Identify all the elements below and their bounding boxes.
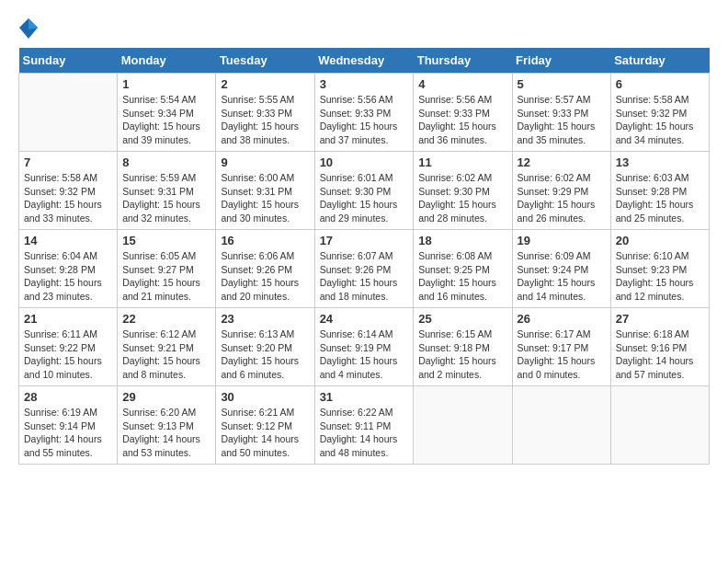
day-of-week-header: Monday xyxy=(118,48,216,74)
day-info: Sunrise: 6:07 AMSunset: 9:26 PMDaylight:… xyxy=(320,249,409,304)
daylight-text: Daylight: 15 hours and 32 minutes. xyxy=(122,198,210,224)
day-number: 31 xyxy=(320,390,409,404)
day-info: Sunrise: 5:56 AMSunset: 9:33 PMDaylight:… xyxy=(418,93,506,147)
day-number: 21 xyxy=(24,312,112,326)
page-header xyxy=(18,18,710,39)
sunrise-text: Sunrise: 6:02 AM xyxy=(418,171,506,185)
sunrise-text: Sunrise: 6:17 AM xyxy=(518,327,606,341)
day-info: Sunrise: 6:12 AMSunset: 9:21 PMDaylight:… xyxy=(122,327,210,382)
day-number: 20 xyxy=(616,234,704,247)
sunset-text: Sunset: 9:21 PM xyxy=(122,341,210,355)
day-number: 12 xyxy=(518,155,606,169)
day-info: Sunrise: 6:09 AMSunset: 9:24 PMDaylight:… xyxy=(518,249,606,304)
calendar-day-cell: 29Sunrise: 6:20 AMSunset: 9:13 PMDayligh… xyxy=(118,386,216,465)
day-number: 3 xyxy=(320,77,409,91)
sunrise-text: Sunrise: 6:07 AM xyxy=(320,249,409,263)
day-info: Sunrise: 6:22 AMSunset: 9:11 PMDaylight:… xyxy=(320,406,409,460)
daylight-text: Daylight: 15 hours and 8 minutes. xyxy=(122,354,210,381)
svg-marker-1 xyxy=(28,18,38,29)
day-of-week-header: Thursday xyxy=(414,48,512,74)
sunrise-text: Sunrise: 5:58 AM xyxy=(616,93,704,107)
sunrise-text: Sunrise: 6:21 AM xyxy=(221,406,309,419)
calendar-day-cell: 18Sunrise: 6:08 AMSunset: 9:25 PMDayligh… xyxy=(414,230,512,308)
calendar-day-cell: 2Sunrise: 5:55 AMSunset: 9:33 PMDaylight… xyxy=(216,74,314,152)
calendar-day-cell: 7Sunrise: 5:58 AMSunset: 9:32 PMDaylight… xyxy=(19,152,118,230)
calendar-day-cell: 30Sunrise: 6:21 AMSunset: 9:12 PMDayligh… xyxy=(216,386,314,465)
sunset-text: Sunset: 9:33 PM xyxy=(320,107,409,121)
day-number: 14 xyxy=(24,234,112,247)
calendar-day-cell: 31Sunrise: 6:22 AMSunset: 9:11 PMDayligh… xyxy=(314,386,414,465)
calendar-day-cell: 23Sunrise: 6:13 AMSunset: 9:20 PMDayligh… xyxy=(216,308,314,386)
calendar-day-cell xyxy=(512,386,610,465)
logo xyxy=(18,18,39,39)
day-info: Sunrise: 6:11 AMSunset: 9:22 PMDaylight:… xyxy=(24,327,112,382)
day-info: Sunrise: 6:13 AMSunset: 9:20 PMDaylight:… xyxy=(221,327,309,382)
daylight-text: Daylight: 15 hours and 20 minutes. xyxy=(221,276,309,303)
day-info: Sunrise: 6:02 AMSunset: 9:30 PMDaylight:… xyxy=(418,171,506,225)
sunrise-text: Sunrise: 6:12 AM xyxy=(122,327,210,341)
calendar-day-cell: 14Sunrise: 6:04 AMSunset: 9:28 PMDayligh… xyxy=(19,230,118,308)
day-info: Sunrise: 6:21 AMSunset: 9:12 PMDaylight:… xyxy=(221,406,309,460)
sunset-text: Sunset: 9:20 PM xyxy=(221,341,309,355)
calendar-day-cell: 27Sunrise: 6:18 AMSunset: 9:16 PMDayligh… xyxy=(610,308,709,386)
sunrise-text: Sunrise: 5:54 AM xyxy=(122,93,210,107)
daylight-text: Daylight: 15 hours and 34 minutes. xyxy=(616,120,704,146)
sunset-text: Sunset: 9:31 PM xyxy=(221,185,309,199)
sunrise-text: Sunrise: 6:22 AM xyxy=(320,406,409,419)
day-number: 26 xyxy=(518,312,606,326)
daylight-text: Daylight: 15 hours and 38 minutes. xyxy=(221,120,309,146)
sunset-text: Sunset: 9:30 PM xyxy=(320,185,409,199)
day-number: 10 xyxy=(320,155,409,169)
day-of-week-header: Wednesday xyxy=(314,48,414,74)
sunrise-text: Sunrise: 6:19 AM xyxy=(24,406,112,419)
calendar-day-cell: 19Sunrise: 6:09 AMSunset: 9:24 PMDayligh… xyxy=(512,230,610,308)
calendar-day-cell: 24Sunrise: 6:14 AMSunset: 9:19 PMDayligh… xyxy=(314,308,414,386)
day-info: Sunrise: 5:57 AMSunset: 9:33 PMDaylight:… xyxy=(518,93,606,147)
daylight-text: Daylight: 15 hours and 35 minutes. xyxy=(518,120,606,146)
sunset-text: Sunset: 9:19 PM xyxy=(320,341,409,355)
sunrise-text: Sunrise: 6:09 AM xyxy=(518,249,606,263)
day-info: Sunrise: 5:58 AMSunset: 9:32 PMDaylight:… xyxy=(24,171,112,225)
daylight-text: Daylight: 15 hours and 29 minutes. xyxy=(320,198,409,224)
sunrise-text: Sunrise: 5:56 AM xyxy=(320,93,409,107)
sunrise-text: Sunrise: 6:05 AM xyxy=(122,249,210,263)
calendar-day-cell: 8Sunrise: 5:59 AMSunset: 9:31 PMDaylight… xyxy=(118,152,216,230)
sunset-text: Sunset: 9:28 PM xyxy=(616,185,704,199)
daylight-text: Daylight: 15 hours and 39 minutes. xyxy=(122,120,210,146)
calendar-day-cell: 4Sunrise: 5:56 AMSunset: 9:33 PMDaylight… xyxy=(414,74,512,152)
sunrise-text: Sunrise: 5:55 AM xyxy=(221,93,309,107)
daylight-text: Daylight: 15 hours and 26 minutes. xyxy=(518,198,606,224)
daylight-text: Daylight: 14 hours and 53 minutes. xyxy=(122,432,210,459)
day-info: Sunrise: 5:59 AMSunset: 9:31 PMDaylight:… xyxy=(122,171,210,225)
sunrise-text: Sunrise: 6:13 AM xyxy=(221,327,309,341)
day-info: Sunrise: 6:00 AMSunset: 9:31 PMDaylight:… xyxy=(221,171,309,225)
day-number: 18 xyxy=(418,234,506,247)
day-number: 17 xyxy=(320,234,409,247)
sunset-text: Sunset: 9:11 PM xyxy=(320,419,409,433)
calendar-day-cell xyxy=(19,74,118,152)
day-number: 6 xyxy=(616,77,704,91)
sunrise-text: Sunrise: 6:02 AM xyxy=(518,171,606,185)
day-number: 30 xyxy=(221,390,309,404)
day-info: Sunrise: 6:18 AMSunset: 9:16 PMDaylight:… xyxy=(616,327,704,382)
day-number: 2 xyxy=(221,77,309,91)
calendar-day-cell: 13Sunrise: 6:03 AMSunset: 9:28 PMDayligh… xyxy=(610,152,709,230)
daylight-text: Daylight: 15 hours and 0 minutes. xyxy=(518,354,606,381)
sunset-text: Sunset: 9:14 PM xyxy=(24,419,112,433)
calendar-day-cell xyxy=(414,386,512,465)
day-info: Sunrise: 6:17 AMSunset: 9:17 PMDaylight:… xyxy=(518,327,606,382)
calendar-week-row: 7Sunrise: 5:58 AMSunset: 9:32 PMDaylight… xyxy=(19,152,710,230)
day-info: Sunrise: 5:58 AMSunset: 9:32 PMDaylight:… xyxy=(616,93,704,147)
calendar-day-cell: 16Sunrise: 6:06 AMSunset: 9:26 PMDayligh… xyxy=(216,230,314,308)
sunset-text: Sunset: 9:16 PM xyxy=(616,341,704,355)
day-info: Sunrise: 6:06 AMSunset: 9:26 PMDaylight:… xyxy=(221,249,309,304)
sunset-text: Sunset: 9:31 PM xyxy=(122,185,210,199)
sunrise-text: Sunrise: 5:57 AM xyxy=(518,93,606,107)
day-number: 7 xyxy=(24,155,112,169)
day-of-week-header: Friday xyxy=(512,48,610,74)
calendar-day-cell xyxy=(610,386,709,465)
day-info: Sunrise: 6:05 AMSunset: 9:27 PMDaylight:… xyxy=(122,249,210,304)
daylight-text: Daylight: 15 hours and 14 minutes. xyxy=(518,276,606,303)
sunset-text: Sunset: 9:32 PM xyxy=(24,185,112,199)
sunrise-text: Sunrise: 6:03 AM xyxy=(616,171,704,185)
